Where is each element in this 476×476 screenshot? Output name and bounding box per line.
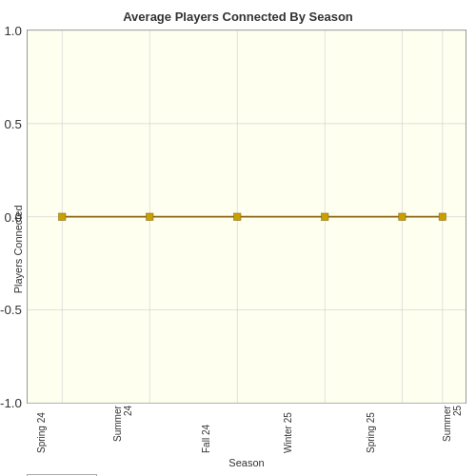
svg-text:0.0: 0.0 <box>4 210 21 225</box>
chart-title: Average Players Connected By Season <box>123 10 353 24</box>
x-tick-spring25: Spring 25 <box>356 406 385 453</box>
svg-text:-1.0: -1.0 <box>0 396 22 410</box>
svg-rect-21 <box>399 213 406 220</box>
svg-text:-0.5: -0.5 <box>0 303 22 317</box>
chart-svg: 1.0 0.5 0.0 -0.5 -1.0 <box>28 30 466 403</box>
svg-rect-18 <box>147 213 153 220</box>
x-tick-fall24: Fall 24 <box>191 406 220 453</box>
svg-text:1.0: 1.0 <box>4 24 21 38</box>
svg-rect-22 <box>439 213 446 220</box>
svg-rect-20 <box>322 213 328 220</box>
svg-rect-19 <box>234 213 241 220</box>
x-tick-winter25: Winter 25 <box>273 406 302 453</box>
x-tick-summer24: Summer 24 <box>109 406 137 453</box>
svg-text:0.5: 0.5 <box>4 117 21 131</box>
chart-area-wrapper: 1.0 0.5 0.0 -0.5 -1.0 <box>27 30 466 468</box>
svg-rect-17 <box>59 213 66 220</box>
chart-container: Average Players Connected By Season Play… <box>0 0 476 476</box>
x-tick-spring24: Spring 24 <box>27 406 55 453</box>
chart-plot-area: 1.0 0.5 0.0 -0.5 -1.0 <box>27 30 466 404</box>
chart-body: Players Connected <box>10 30 466 468</box>
x-axis-labels: Spring 24 Summer 24 Fall 24 Winter 25 Sp… <box>27 404 466 453</box>
x-tick-summer25: Summer 25 <box>438 406 466 453</box>
x-axis-title: Season <box>27 457 466 468</box>
